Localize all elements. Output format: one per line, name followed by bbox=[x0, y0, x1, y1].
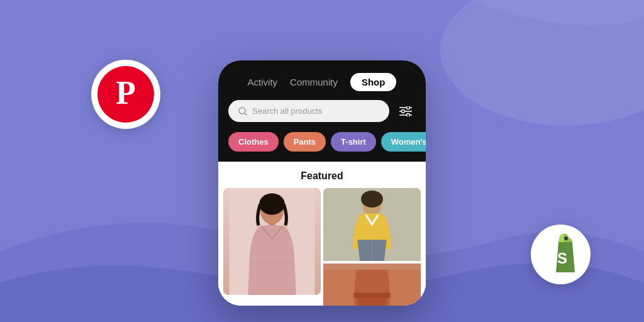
tag-shorts[interactable]: Women's shorts bbox=[381, 132, 426, 152]
product-card-left[interactable] bbox=[223, 188, 321, 295]
search-area: Search all products bbox=[218, 100, 426, 132]
shopify-inner: S bbox=[537, 231, 584, 278]
scene: P Activity Community Shop bbox=[0, 0, 644, 322]
search-placeholder: Search all products bbox=[252, 106, 322, 116]
svg-text:S: S bbox=[557, 250, 567, 267]
phone-mockup: Activity Community Shop Search all produ… bbox=[218, 60, 426, 306]
featured-title: Featured bbox=[218, 162, 426, 188]
product-grid bbox=[218, 188, 426, 306]
product-card-right-bottom[interactable] bbox=[323, 264, 421, 306]
svg-point-12 bbox=[259, 194, 285, 215]
svg-point-7 bbox=[402, 109, 405, 113]
tag-clothes[interactable]: Clothes bbox=[228, 132, 279, 152]
svg-point-16 bbox=[361, 191, 383, 208]
phone-nav: Activity Community Shop bbox=[228, 73, 416, 100]
filter-icon[interactable] bbox=[396, 101, 416, 121]
pinterest-inner: P bbox=[97, 66, 154, 123]
tag-pants[interactable]: Pants bbox=[284, 132, 326, 152]
featured-section: Featured bbox=[218, 162, 426, 306]
svg-rect-18 bbox=[353, 293, 390, 298]
nav-activity[interactable]: Activity bbox=[248, 77, 278, 87]
shopify-bag-icon: S bbox=[542, 233, 580, 276]
tag-tshirt[interactable]: T-shirt bbox=[331, 132, 376, 152]
product-image-rust-pants bbox=[323, 264, 421, 306]
product-card-right bbox=[323, 188, 421, 306]
tags-area: Clothes Pants T-shirt Women's shorts bbox=[218, 132, 426, 162]
svg-point-9 bbox=[407, 113, 410, 116]
nav-community[interactable]: Community bbox=[290, 77, 338, 87]
phone-header: Activity Community Shop bbox=[218, 60, 426, 100]
pinterest-p-letter: P bbox=[116, 77, 136, 109]
search-row: Search all products bbox=[228, 100, 416, 122]
shopify-logo: S bbox=[531, 225, 591, 284]
svg-point-5 bbox=[407, 106, 410, 109]
search-icon bbox=[238, 107, 247, 116]
pinterest-logo: P bbox=[91, 60, 160, 129]
svg-point-20 bbox=[564, 236, 568, 240]
search-bar[interactable]: Search all products bbox=[228, 100, 389, 122]
product-image-yellow-jacket bbox=[323, 188, 421, 261]
product-card-right-top[interactable] bbox=[323, 188, 421, 261]
phone-wrapper: Activity Community Shop Search all produ… bbox=[215, 29, 429, 293]
nav-shop[interactable]: Shop bbox=[350, 73, 397, 91]
svg-line-3 bbox=[245, 113, 247, 115]
product-image-pink-top bbox=[223, 188, 321, 295]
